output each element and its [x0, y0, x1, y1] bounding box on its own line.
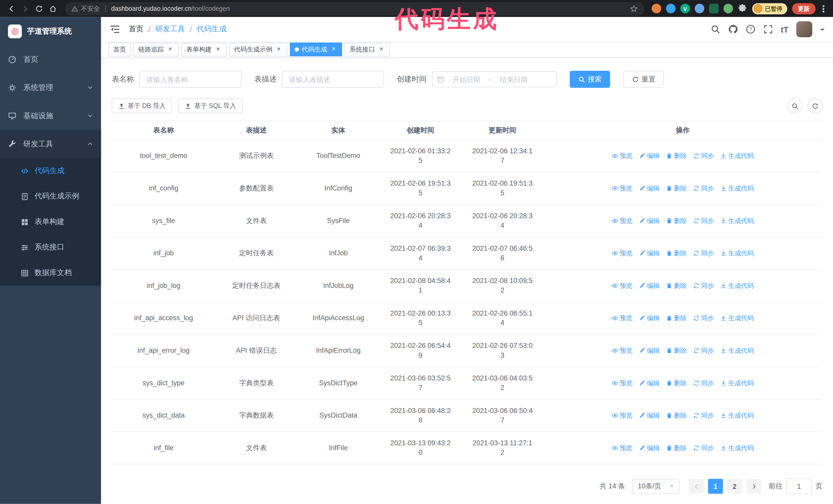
action-edit-link[interactable]: 编辑 [639, 411, 660, 420]
home-icon[interactable] [46, 2, 60, 16]
action-delete-link[interactable]: 删除 [666, 281, 687, 290]
action-generate-link[interactable]: 生成代码 [720, 411, 754, 420]
action-generate-link[interactable]: 生成代码 [720, 346, 754, 355]
table-name-input[interactable] [139, 71, 241, 88]
action-sync-link[interactable]: 同步 [693, 184, 714, 193]
page-button-2[interactable]: 2 [727, 479, 742, 494]
action-preview-link[interactable]: 预览 [612, 184, 633, 193]
action-sync-link[interactable]: 同步 [693, 346, 714, 355]
action-edit-link[interactable]: 编辑 [639, 248, 660, 258]
action-generate-link[interactable]: 生成代码 [720, 443, 754, 453]
sidebar-subitem-api[interactable]: 系统接口 [0, 235, 101, 260]
action-sync-link[interactable]: 同步 [693, 313, 714, 323]
action-preview-link[interactable]: 预览 [612, 443, 633, 453]
action-delete-link[interactable]: 删除 [666, 411, 687, 420]
tab-close-icon[interactable]: × [378, 46, 385, 53]
extensions-puzzle-icon[interactable] [738, 4, 747, 13]
logo[interactable]: 芋道管理系统 [0, 17, 101, 45]
action-sync-link[interactable]: 同步 [693, 411, 714, 420]
tab-close-icon[interactable]: × [330, 46, 337, 53]
action-edit-link[interactable]: 编辑 [639, 313, 660, 323]
end-date-input[interactable] [492, 75, 535, 84]
action-generate-link[interactable]: 生成代码 [720, 248, 754, 258]
action-preview-link[interactable]: 预览 [612, 313, 633, 323]
sidebar-subitem-db-doc[interactable]: 数据库文档 [0, 260, 101, 286]
action-edit-link[interactable]: 编辑 [639, 216, 660, 225]
action-generate-link[interactable]: 生成代码 [720, 184, 754, 193]
reload-icon[interactable] [32, 2, 46, 16]
tab-close-icon[interactable]: × [167, 46, 174, 53]
sidebar-item-home[interactable]: 首页 [0, 45, 101, 73]
github-icon[interactable] [728, 25, 738, 34]
extension-icon[interactable] [709, 4, 719, 13]
action-preview-link[interactable]: 预览 [612, 151, 633, 161]
action-sync-link[interactable]: 同步 [693, 151, 714, 161]
action-delete-link[interactable]: 删除 [666, 184, 687, 193]
bookmark-star-icon[interactable] [630, 5, 638, 13]
action-delete-link[interactable]: 删除 [666, 378, 687, 388]
action-preview-link[interactable]: 预览 [612, 378, 633, 388]
sidebar-subitem-form-builder[interactable]: 表单构建 [0, 209, 101, 235]
extension-icon[interactable] [651, 4, 661, 13]
back-icon[interactable] [4, 2, 18, 16]
table-desc-input[interactable] [282, 71, 384, 88]
action-delete-link[interactable]: 删除 [666, 346, 687, 355]
action-preview-link[interactable]: 预览 [612, 346, 633, 355]
sidebar-item-devtools[interactable]: 研发工具 [0, 130, 101, 158]
action-edit-link[interactable]: 编辑 [639, 184, 660, 193]
tab-api[interactable]: 系统接口× [345, 43, 390, 56]
tab-close-icon[interactable]: × [214, 46, 222, 53]
import-db-button[interactable]: 基于 DB 导入 [112, 98, 172, 113]
action-delete-link[interactable]: 删除 [666, 248, 687, 258]
refresh-table-button[interactable] [807, 98, 822, 113]
action-sync-link[interactable]: 同步 [693, 281, 714, 290]
user-avatar[interactable] [796, 21, 812, 37]
reset-button[interactable]: 重置 [623, 71, 664, 88]
help-icon[interactable]: ? [745, 25, 755, 34]
action-preview-link[interactable]: 预览 [612, 281, 633, 290]
breadcrumb-item[interactable]: 首页 [129, 25, 144, 34]
action-delete-link[interactable]: 删除 [666, 313, 687, 323]
action-generate-link[interactable]: 生成代码 [720, 281, 754, 290]
prev-page-button[interactable] [689, 479, 704, 494]
action-preview-link[interactable]: 预览 [612, 248, 633, 258]
action-sync-link[interactable]: 同步 [693, 378, 714, 388]
search-button[interactable]: 搜索 [570, 71, 610, 88]
action-sync-link[interactable]: 同步 [693, 216, 714, 225]
action-edit-link[interactable]: 编辑 [639, 346, 660, 355]
action-edit-link[interactable]: 编辑 [639, 443, 660, 453]
action-sync-link[interactable]: 同步 [693, 443, 714, 453]
action-generate-link[interactable]: 生成代码 [720, 378, 754, 388]
start-date-input[interactable] [445, 75, 488, 84]
action-generate-link[interactable]: 生成代码 [720, 313, 754, 323]
fullscreen-icon[interactable] [763, 25, 773, 34]
search-icon[interactable] [711, 25, 720, 34]
action-generate-link[interactable]: 生成代码 [720, 151, 754, 161]
goto-page-input[interactable] [786, 478, 812, 494]
date-range-picker[interactable]: - [432, 71, 557, 87]
caret-down-icon[interactable] [820, 29, 825, 33]
action-sync-link[interactable]: 同步 [693, 248, 714, 258]
action-generate-link[interactable]: 生成代码 [720, 216, 754, 225]
tab-codegen[interactable]: 代码生成× [290, 43, 342, 56]
action-delete-link[interactable]: 删除 [666, 443, 687, 453]
tab-codegen-example[interactable]: 代码生成示例× [229, 43, 287, 56]
font-size-icon[interactable]: tT [781, 25, 788, 34]
next-page-button[interactable] [746, 479, 761, 494]
profile-paused-badge[interactable]: 已暂停 [752, 3, 787, 14]
extension-icon[interactable]: V [680, 4, 690, 13]
sidebar-item-system[interactable]: 系统管理 [0, 73, 101, 101]
forward-icon[interactable] [18, 2, 32, 16]
page-size-select[interactable]: 10条/页 [633, 479, 680, 494]
import-sql-button[interactable]: 基于 SQL 导入 [178, 98, 242, 113]
browser-update-button[interactable]: 更新 [792, 3, 815, 14]
sidebar-subitem-codegen-example[interactable]: 代码生成示例 [0, 184, 101, 209]
sidebar-subitem-codegen[interactable]: 代码生成 [0, 158, 101, 184]
breadcrumb-item[interactable]: 研发工具 [155, 25, 185, 34]
extension-icon[interactable] [666, 4, 675, 13]
action-preview-link[interactable]: 预览 [612, 216, 633, 225]
page-button-1[interactable]: 1 [708, 479, 723, 494]
browser-address-bar[interactable]: 不安全 dashboard.yudao.iocoder.cn /tool/cod… [65, 2, 644, 15]
hamburger-icon[interactable] [110, 24, 120, 35]
tab-form-builder[interactable]: 表单构建× [182, 43, 227, 56]
